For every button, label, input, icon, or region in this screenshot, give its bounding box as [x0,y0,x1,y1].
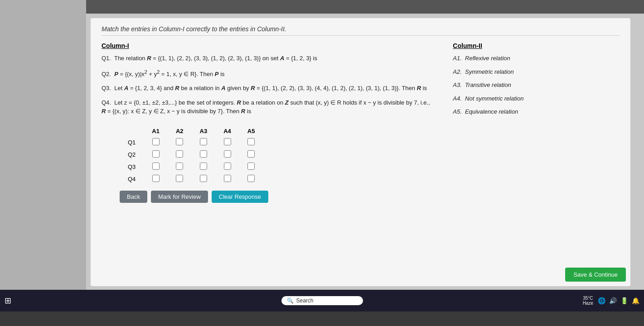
table-row: Q4 [120,173,263,185]
checkbox-q1-a4[interactable] [215,136,239,149]
table-row: Q3 [120,161,263,173]
row-label-q2: Q2 [120,149,144,161]
checkbox-q1-a1[interactable] [144,136,168,149]
answer-a4: A4. Not symmetric relation [453,94,620,103]
checkbox-q2-a1[interactable] [144,149,168,161]
col-header-a3: A3 [192,126,216,136]
search-text: Search [296,297,314,304]
col-header-a5: A5 [239,126,263,136]
taskbar: ⊞ 🔍 Search 35°C Haze 🌐 🔊 🔋 🔔 [0,290,644,312]
weather-info: 35°C Haze [583,296,593,306]
empty-header [120,126,144,136]
column-i-header: Column-I [102,42,435,49]
answer-a3: A3. Transitive relation [453,81,620,90]
checkbox-q4-a3[interactable] [192,173,216,185]
row-label-q1: Q1 [120,136,144,149]
column-i: Column-I Q1. The relation R = {(1, 1), (… [102,42,448,121]
table-row: Q2 [120,149,263,161]
question-q3: Q3. Let A = {1, 2, 3, 4} and R be a rela… [102,84,435,93]
answer-a2: A2. Symmetric relation [453,67,620,77]
instruction-header: Match the entries in Column-I correctly … [102,25,620,36]
checkbox-q4-a2[interactable] [168,173,192,185]
save-continue-button[interactable]: Save & Continue [565,268,626,282]
checkbox-q1-a3[interactable] [192,136,216,149]
checkbox-q4-a5[interactable] [239,173,263,185]
checkbox-q3-a4[interactable] [215,161,239,173]
taskbar-left: ⊞ [5,296,11,306]
checkbox-q1-a5[interactable] [239,136,263,149]
question-q2: Q2. P = {(x, y)|x2 + y2 = 1, x, y ∈ R}. … [102,68,435,79]
checkbox-q2-a4[interactable] [215,149,239,161]
sound-icon[interactable]: 🔊 [609,297,617,304]
checkbox-q4-a1[interactable] [144,173,168,185]
column-ii: Column-II A1. Reflexive relation A2. Sym… [448,42,620,121]
weather-condition: Haze [583,301,593,306]
col-header-a2: A2 [168,126,192,136]
network-icon[interactable]: 🌐 [598,297,605,304]
answer-a5: A5. Equivalence relation [453,107,620,116]
col-header-a4: A4 [215,126,239,136]
column-ii-header: Column-II [453,42,620,49]
row-label-q4: Q4 [120,173,144,185]
row-label-q3: Q3 [120,161,144,173]
checkbox-q1-a2[interactable] [168,136,192,149]
matrix-section: A1 A2 A3 A4 A5 Q1 [102,126,620,185]
checkbox-q2-a3[interactable] [192,149,216,161]
checkbox-q3-a2[interactable] [168,161,192,173]
checkbox-q4-a4[interactable] [215,173,239,185]
buttons-row: Back Mark for Review Clear Response [120,191,620,203]
battery-icon[interactable]: 🔋 [620,297,628,304]
taskbar-right: 35°C Haze 🌐 🔊 🔋 🔔 [583,296,639,306]
checkbox-q3-a5[interactable] [239,161,263,173]
checkbox-q2-a5[interactable] [239,149,263,161]
answer-a1: A1. Reflexive relation [453,54,620,63]
checkbox-q3-a3[interactable] [192,161,216,173]
left-sidebar [0,0,86,290]
taskbar-center: 🔍 Search [281,296,363,305]
content-area: Match the entries in Column-I correctly … [91,18,630,286]
weather-temp: 35°C [583,296,593,301]
question-q4: Q4. Let z = {0, ±1, ±2, ±3,...} be the s… [102,98,435,116]
system-icons: 🌐 🔊 🔋 🔔 [598,297,639,304]
notification-icon[interactable]: 🔔 [632,297,639,304]
mark-review-button[interactable]: Mark for Review [151,191,208,203]
back-button[interactable]: Back [120,191,147,203]
clear-response-button[interactable]: Clear Response [212,191,268,203]
question-q1: Q1. The relation R = {(1, 1), (2, 2), (3… [102,54,435,63]
search-icon: 🔍 [287,297,294,304]
checkbox-q2-a2[interactable] [168,149,192,161]
table-row: Q1 [120,136,263,149]
top-bar [0,0,644,14]
windows-icon[interactable]: ⊞ [5,296,11,306]
matrix-table: A1 A2 A3 A4 A5 Q1 [120,126,263,185]
search-bar[interactable]: 🔍 Search [281,296,363,305]
checkbox-q3-a1[interactable] [144,161,168,173]
col-header-a1: A1 [144,126,168,136]
